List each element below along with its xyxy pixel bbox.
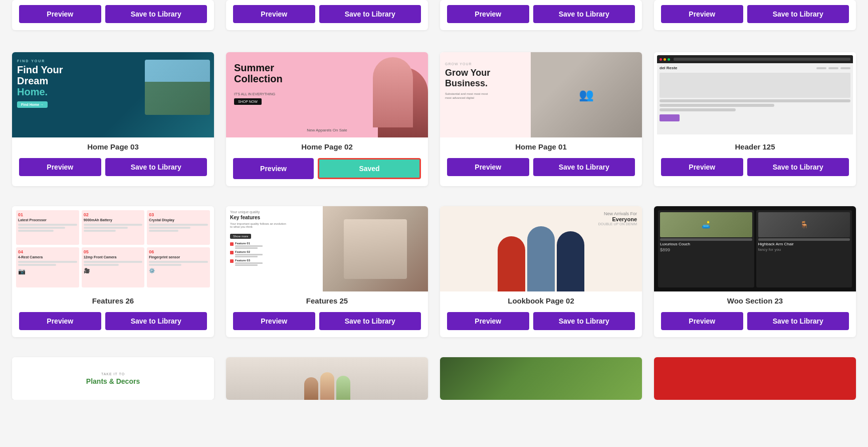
browser-content: del Reste bbox=[657, 63, 853, 134]
thumbnail-home01: Grow Your Grow YourBusiness. Substantial… bbox=[440, 52, 642, 137]
preview-button-home01[interactable]: Preview bbox=[447, 158, 529, 176]
thumbnail-home03: FIND YOUR Find YourDreamHome. Find Home … bbox=[12, 52, 214, 137]
save-button-home01[interactable]: Save to Library bbox=[533, 158, 635, 176]
woo-item-2: 🪑 Highback Arm Chair fancy for you bbox=[756, 210, 852, 287]
card-team bbox=[226, 357, 428, 400]
save-button-top-2[interactable]: Save to Library bbox=[319, 5, 421, 23]
save-button-home03[interactable]: Save to Library bbox=[105, 158, 207, 176]
preview-button-top-2[interactable]: Preview bbox=[233, 5, 315, 23]
top-row: Preview Save to Library Preview Save to … bbox=[0, 0, 868, 30]
card-woo23: 🛋️ Luxurious Couch $899 🪑 Highback Arm C… bbox=[654, 206, 856, 337]
preview-button-home03[interactable]: Preview bbox=[19, 158, 101, 176]
card-plants: TAKE IT TO Plants & Decors bbox=[12, 357, 214, 400]
card-title-features26: Features 26 bbox=[12, 291, 214, 308]
card-title-header125: Header 125 bbox=[654, 137, 856, 154]
preview-button-header125[interactable]: Preview bbox=[661, 158, 743, 176]
card-features25: Your unique quality Key features Your im… bbox=[226, 206, 428, 337]
dot-green bbox=[668, 58, 670, 61]
preview-button-woo23[interactable]: Preview bbox=[661, 312, 743, 330]
preview-button-lookbook02[interactable]: Preview bbox=[447, 312, 529, 330]
line3 bbox=[660, 108, 736, 111]
card-actions-woo23: Preview Save to Library bbox=[654, 308, 856, 337]
card-title-lookbook02: Lookbook Page 02 bbox=[440, 291, 642, 308]
thumbnail-woo23: 🛋️ Luxurious Couch $899 🪑 Highback Arm C… bbox=[654, 206, 856, 291]
feat-cell-05: 05 12mp Front Camera 🎥 bbox=[82, 247, 145, 288]
feat-cell-03: 03 Crystal Display bbox=[147, 210, 210, 245]
subtitle-home02: New Apparels On Sale bbox=[307, 128, 347, 132]
save-button-top-4[interactable]: Save to Library bbox=[747, 5, 849, 23]
preview-button-top-3[interactable]: Preview bbox=[447, 5, 529, 23]
woo-item-1: 🛋️ Luxurious Couch $899 bbox=[658, 210, 754, 287]
save-button-features25[interactable]: Save to Library bbox=[319, 312, 421, 330]
card-actions-features26: Preview Save to Library bbox=[12, 308, 214, 337]
preview-button-home02[interactable]: Preview bbox=[233, 158, 314, 179]
collection-text: SummerCollection bbox=[234, 62, 283, 84]
thumbnail-lookbook02: New Arrivals For Everyone DOUBLE UP ON D… bbox=[440, 206, 642, 291]
card-actions-lookbook02: Preview Save to Library bbox=[440, 308, 642, 337]
figure-3 bbox=[557, 231, 584, 291]
card-red bbox=[654, 357, 856, 400]
thumbnail-header125: del Reste bbox=[654, 52, 856, 137]
save-button-top-3[interactable]: Save to Library bbox=[533, 5, 635, 23]
top-card-1: Preview Save to Library bbox=[12, 0, 214, 30]
feat-cell-04: 04 4-Rest Camera 📷 bbox=[16, 247, 79, 288]
feat-cell-06: 06 Fingerprint sensor ⚙️ bbox=[147, 247, 210, 288]
top-card-2: Preview Save to Library bbox=[226, 0, 428, 30]
save-button-header125[interactable]: Save to Library bbox=[747, 158, 849, 176]
dot-yellow bbox=[664, 58, 666, 61]
save-button-woo23[interactable]: Save to Library bbox=[747, 312, 849, 330]
figure-1 bbox=[498, 236, 525, 291]
feat-cell-01: 01 Latest Processor bbox=[16, 210, 79, 245]
save-button-top-1[interactable]: Save to Library bbox=[105, 5, 207, 23]
card-title-home03: Home Page 03 bbox=[12, 137, 214, 154]
card-title-home02: Home Page 02 bbox=[226, 137, 428, 154]
top-card-3: Preview Save to Library bbox=[440, 0, 642, 30]
preview-button-features26[interactable]: Preview bbox=[19, 312, 101, 330]
preview-button-top-4[interactable]: Preview bbox=[661, 5, 743, 23]
red-thumbnail bbox=[654, 357, 856, 400]
team-avatar-3 bbox=[336, 376, 350, 400]
card-grid-row1: FIND YOUR Find YourDreamHome. Find Home … bbox=[0, 42, 868, 196]
thumbnail-features25: Your unique quality Key features Your im… bbox=[226, 206, 428, 291]
save-button-features26[interactable]: Save to Library bbox=[105, 312, 207, 330]
card-actions-home02: Preview Saved bbox=[226, 154, 428, 186]
woo-price-2: Highback Arm Chair bbox=[758, 242, 850, 246]
card-grid-row2: 01 Latest Processor 02 9000mAh Battery 0… bbox=[0, 196, 868, 347]
card-home01: Grow Your Grow YourBusiness. Substantial… bbox=[440, 52, 642, 186]
preview-button-top-1[interactable]: Preview bbox=[19, 5, 101, 23]
card-title-features25: Features 25 bbox=[226, 291, 428, 308]
preview-button-features25[interactable]: Preview bbox=[233, 312, 315, 330]
card-actions-home03: Preview Save to Library bbox=[12, 154, 214, 183]
card-lookbook02: New Arrivals For Everyone DOUBLE UP ON D… bbox=[440, 206, 642, 337]
dot-red bbox=[660, 58, 662, 61]
card-home02: SummerCollection IT'S ALL IN EVERYTHING … bbox=[226, 52, 428, 186]
thumbnail-features26: 01 Latest Processor 02 9000mAh Battery 0… bbox=[12, 206, 214, 291]
card-features26: 01 Latest Processor 02 9000mAh Battery 0… bbox=[12, 206, 214, 337]
line2 bbox=[660, 104, 774, 107]
plants-title: Plants & Decors bbox=[86, 377, 140, 385]
thumbnail-home02: SummerCollection IT'S ALL IN EVERYTHING … bbox=[226, 52, 428, 137]
card-nature bbox=[440, 357, 642, 400]
figure-2 bbox=[527, 226, 555, 291]
line1 bbox=[660, 99, 850, 102]
woo-price-1: Luxurious Couch bbox=[660, 242, 752, 246]
nature-thumbnail bbox=[440, 357, 642, 400]
card-actions-features25: Preview Save to Library bbox=[226, 308, 428, 337]
card-title-woo23: Woo Section 23 bbox=[654, 291, 856, 308]
browser-bar bbox=[657, 55, 853, 63]
card-header125: del Reste Header 125 Preview Save to Lib… bbox=[654, 52, 856, 186]
team-avatar-2 bbox=[320, 372, 334, 400]
top-card-4: Preview Save to Library bbox=[654, 0, 856, 30]
save-button-lookbook02[interactable]: Save to Library bbox=[533, 312, 635, 330]
card-actions-home01: Preview Save to Library bbox=[440, 154, 642, 183]
feat-cell-02: 02 9000mAh Battery bbox=[82, 210, 145, 245]
card-grid-row3: TAKE IT TO Plants & Decors bbox=[0, 347, 868, 400]
saved-button-home02[interactable]: Saved bbox=[318, 158, 421, 179]
card-actions-header125: Preview Save to Library bbox=[654, 154, 856, 183]
team-avatar-1 bbox=[304, 377, 318, 400]
card-home03: FIND YOUR Find YourDreamHome. Find Home … bbox=[12, 52, 214, 186]
card-title-home01: Home Page 01 bbox=[440, 137, 642, 154]
